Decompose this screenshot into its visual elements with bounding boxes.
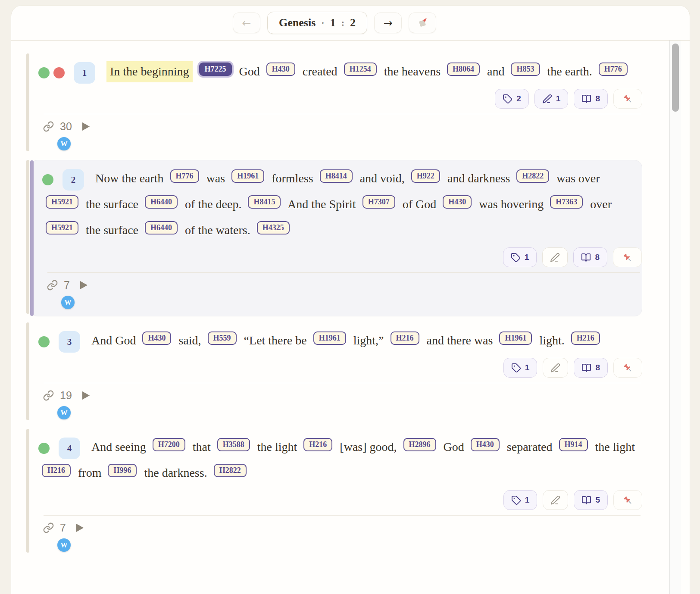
verse-word[interactable]: and void, (360, 172, 405, 185)
strongs-badge[interactable]: H776 (170, 169, 199, 183)
verse-word[interactable]: was (206, 172, 225, 185)
strongs-badge[interactable]: H8414 (320, 169, 353, 183)
references-button[interactable]: 8 (574, 358, 608, 378)
play-triangle-icon[interactable] (80, 281, 88, 290)
strongs-badge[interactable]: H2896 (403, 438, 436, 451)
previous-verse-button[interactable]: ← (233, 13, 260, 33)
expand-links-button[interactable] (76, 523, 84, 532)
strongs-badge[interactable]: H1254 (344, 63, 377, 76)
verse-word[interactable]: the light (257, 440, 297, 453)
strongs-badge[interactable]: H430 (443, 195, 472, 209)
verse-word[interactable]: from (78, 466, 101, 479)
pinned-notes-button[interactable] (409, 13, 436, 33)
strongs-badge[interactable]: H8415 (248, 195, 281, 209)
verse-word[interactable]: that (193, 440, 211, 453)
strongs-badge[interactable]: H1961 (499, 331, 532, 345)
strongs-badge[interactable]: H5921 (46, 195, 78, 209)
strongs-badge[interactable]: H7200 (153, 438, 185, 451)
strongs-badge[interactable]: H5921 (46, 221, 78, 234)
w-circle-icon[interactable]: W (57, 538, 71, 552)
strongs-badge[interactable]: H216 (391, 331, 419, 345)
verse-word[interactable]: the light (595, 440, 635, 453)
strongs-badge[interactable]: H7363 (550, 195, 583, 209)
strongs-badge[interactable]: H922 (411, 169, 440, 183)
strongs-badge[interactable]: H216 (42, 464, 71, 477)
strongs-badge[interactable]: H853 (511, 63, 540, 76)
verse-word[interactable]: [was] good, (340, 440, 397, 453)
expand-links-button[interactable] (82, 122, 90, 131)
cross-references-row[interactable]: 7 (42, 273, 88, 291)
verse-word[interactable]: and darkness (447, 172, 510, 185)
expand-links-button[interactable] (82, 391, 90, 400)
strongs-badge[interactable]: H776 (599, 63, 628, 76)
strongs-badge[interactable]: H8064 (447, 63, 480, 76)
pin-verse-button[interactable] (613, 247, 642, 267)
strongs-badge[interactable]: H1961 (231, 169, 264, 183)
verse-word[interactable]: formless (272, 172, 313, 185)
verse-word[interactable]: of the deep. (185, 197, 241, 211)
w-circle-icon[interactable]: W (57, 137, 71, 150)
verse-word[interactable]: And God (91, 334, 136, 347)
strongs-badge[interactable]: H2822 (214, 464, 247, 477)
play-triangle-icon[interactable] (82, 122, 90, 131)
strongs-badge[interactable]: H1961 (313, 331, 346, 345)
verse-word[interactable]: created (303, 65, 338, 78)
verse-word[interactable]: of God (403, 197, 437, 211)
scrollbar-thumb[interactable] (672, 44, 679, 112)
strongs-badge[interactable]: H430 (266, 63, 295, 76)
cross-references-row[interactable]: 7 (38, 516, 84, 534)
w-circle-icon[interactable]: W (61, 296, 75, 309)
strongs-badge[interactable]: H6440 (145, 195, 178, 209)
strongs-badge[interactable]: H430 (471, 438, 500, 451)
verse-word[interactable]: the darkness. (144, 466, 207, 479)
play-triangle-icon[interactable] (76, 523, 84, 532)
verse-word[interactable]: the surface (86, 197, 138, 211)
verse-word[interactable]: and there was (427, 334, 493, 347)
strongs-badge[interactable]: H6440 (145, 221, 178, 234)
pin-verse-button[interactable] (613, 490, 642, 510)
strongs-badge[interactable]: H914 (559, 438, 588, 451)
references-button[interactable]: 8 (573, 247, 607, 267)
verse-word[interactable]: the earth. (547, 65, 592, 78)
verse-word[interactable]: “Let there be (244, 334, 307, 347)
w-circle-icon[interactable]: W (57, 406, 71, 419)
references-button[interactable]: 5 (574, 490, 608, 510)
next-verse-button[interactable]: → (374, 13, 402, 33)
verse-word[interactable]: light. (539, 334, 564, 347)
tags-button[interactable]: 1 (503, 358, 538, 378)
tags-button[interactable]: 2 (495, 89, 529, 109)
notes-button[interactable]: 1 (534, 89, 569, 109)
verse-word[interactable]: over (590, 197, 612, 211)
scrollbar-track[interactable] (669, 41, 681, 594)
play-triangle-icon[interactable] (82, 391, 90, 400)
strongs-badge[interactable]: H4325 (257, 221, 290, 234)
pin-verse-button[interactable] (613, 89, 642, 109)
expand-links-button[interactable] (80, 281, 88, 290)
notes-button[interactable] (543, 358, 568, 378)
strongs-badge[interactable]: H7307 (362, 195, 395, 209)
verse-word[interactable]: was hovering (479, 197, 544, 211)
verse-word[interactable]: said, (178, 334, 201, 347)
verse-word[interactable]: was over (556, 172, 600, 185)
verse-word[interactable]: separated (507, 440, 553, 453)
verse-word[interactable]: God (239, 65, 260, 78)
verse-word[interactable]: light,” (353, 334, 384, 347)
verse-word[interactable]: the surface (86, 223, 138, 237)
strongs-badge[interactable]: H430 (142, 331, 171, 345)
verse-word[interactable]: And seeing (91, 440, 146, 453)
strongs-badge[interactable]: H996 (108, 464, 137, 477)
strongs-badge[interactable]: H3588 (217, 438, 250, 451)
verse-word[interactable]: of the waters. (185, 223, 250, 237)
verse-word[interactable]: and (487, 65, 504, 78)
verse-word[interactable]: the heavens (384, 65, 441, 78)
verse-word[interactable]: And the Spirit (288, 197, 356, 211)
verse-word[interactable]: God (444, 440, 464, 453)
notes-button[interactable] (543, 490, 568, 510)
strongs-badge[interactable]: H216 (303, 438, 332, 451)
strongs-badge[interactable]: H559 (208, 331, 237, 345)
cross-references-row[interactable]: 30 (38, 114, 90, 133)
references-button[interactable]: 8 (574, 89, 608, 109)
strongs-badge[interactable]: H2822 (516, 169, 549, 183)
highlighted-verse-word[interactable]: In the beginning (106, 61, 193, 82)
pin-verse-button[interactable] (613, 358, 642, 378)
